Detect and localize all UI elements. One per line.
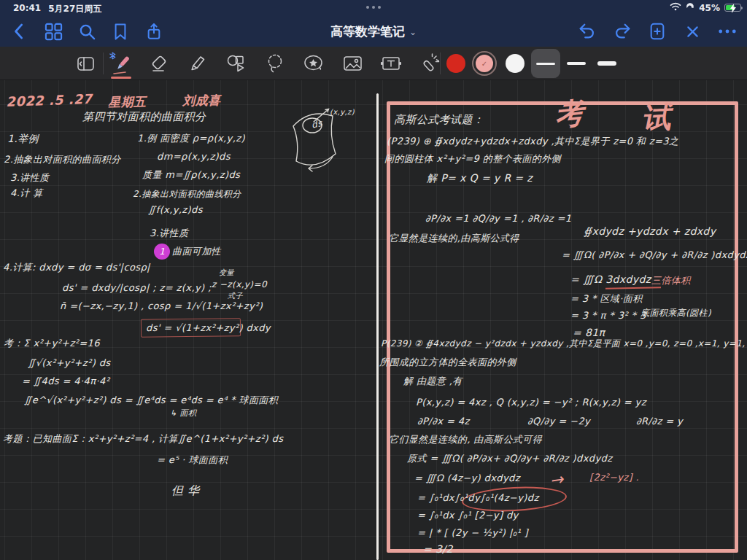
pen-tool-button[interactable]: [106, 49, 135, 78]
top-chrome: 20:41 5月27日周五 45%: [0, 0, 747, 47]
eraser-tool-button[interactable]: [144, 49, 174, 78]
selected-check-icon: ✓: [481, 60, 487, 68]
lasso-tool-button[interactable]: [260, 49, 290, 78]
color-swatch-pink-selected[interactable]: ✓: [472, 51, 497, 76]
battery-icon: [724, 4, 741, 12]
goodnotes-app: 20:41 5月27日周五 45%: [0, 0, 747, 560]
thickness-thick-button[interactable]: [592, 49, 622, 78]
tool-panel-button[interactable]: [71, 49, 100, 78]
page-title: 高等数学笔记: [330, 23, 405, 40]
drawing-toolbar: ✓: [0, 47, 747, 80]
color-swatch-white[interactable]: [506, 54, 525, 73]
phone-icon: [686, 2, 694, 13]
date-label: 5月27日周五: [48, 3, 101, 15]
thickness-thin-button[interactable]: [531, 49, 560, 78]
image-tool-button[interactable]: [338, 49, 367, 78]
more-button[interactable]: [715, 19, 740, 44]
clock: 20:41: [13, 3, 41, 15]
nav-bar: 高等数学笔记 ⌄: [0, 16, 747, 47]
color-swatch-red[interactable]: [446, 54, 465, 73]
text-tool-button[interactable]: [376, 49, 406, 78]
battery-percent: 45%: [699, 3, 720, 13]
shapes-tool-button[interactable]: [222, 49, 251, 78]
sticker-tool-button[interactable]: [299, 49, 328, 78]
note-canvas[interactable]: [0, 80, 747, 560]
chevron-down-icon: ⌄: [409, 27, 417, 37]
close-button[interactable]: [680, 19, 705, 44]
add-page-button[interactable]: [645, 19, 670, 44]
multitask-indicator-icon: [0, 6, 747, 9]
thickness-medium-button[interactable]: [562, 49, 591, 78]
undo-button[interactable]: [575, 19, 600, 44]
highlighter-tool-button[interactable]: [183, 49, 212, 78]
selected-tool-indicator: [111, 77, 131, 79]
wifi-icon: [670, 2, 681, 13]
redo-button[interactable]: [610, 19, 635, 44]
status-bar: 20:41 5月27日周五 45%: [0, 0, 747, 16]
